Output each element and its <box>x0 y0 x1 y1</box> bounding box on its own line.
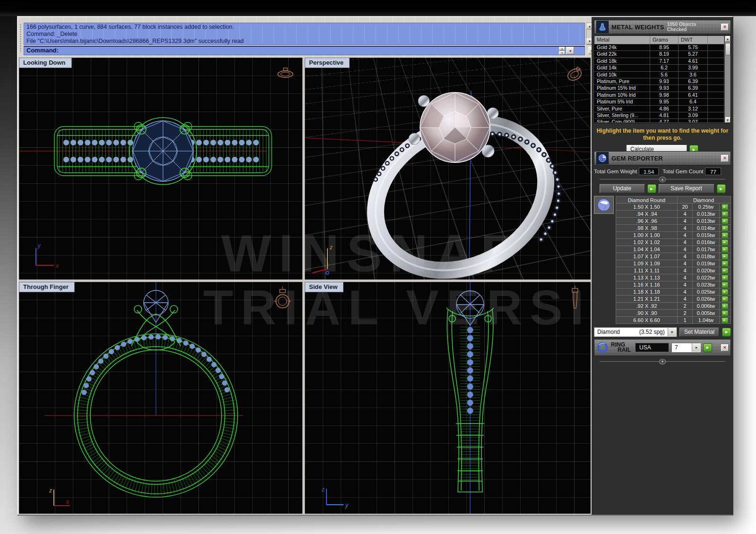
scroll-left-icon[interactable]: ◄ <box>566 47 574 54</box>
region-field[interactable]: USA <box>635 343 669 352</box>
ring-rail-go-button[interactable]: ► <box>703 343 712 352</box>
prompt-spinner[interactable]: ▲ ▼ <box>559 47 565 55</box>
gem-row-go-button[interactable]: ► <box>722 275 728 281</box>
viewport-looking-down[interactable]: Looking Down <box>19 58 302 280</box>
table-row[interactable]: Gold 18k7.174.61 <box>594 58 724 65</box>
viewport-title[interactable]: Perspective <box>305 58 350 68</box>
table-row[interactable]: 1.07 X 1.0740.018tw► <box>616 253 731 260</box>
chevron-down-icon[interactable]: ▼ <box>668 328 676 336</box>
save-report-button[interactable]: Save Report <box>659 184 714 193</box>
table-row[interactable]: .98 X .9840.014tw► <box>616 225 731 232</box>
ring-size-select[interactable]: 7 ▼ <box>671 343 701 352</box>
scroll-up-icon[interactable]: ▲ <box>586 23 592 29</box>
table-row[interactable]: 1.18 X 1.1840.025tw► <box>616 288 731 296</box>
chevron-down-icon[interactable]: ▼ <box>692 343 700 352</box>
viewport-side-view[interactable]: Side View <box>305 282 591 514</box>
table-row[interactable]: Gold 10k5.63.6 <box>594 72 724 78</box>
table-row[interactable]: 6.60 X 6.6011.04tw► <box>616 317 731 324</box>
gem-row-go-button[interactable]: ► <box>722 310 728 316</box>
update-button[interactable]: Update <box>600 184 645 193</box>
table-row[interactable]: Gold 22k8.195.27 <box>594 51 724 58</box>
table-row[interactable]: 1.50 X 1.50200.25tw► <box>616 203 731 211</box>
close-icon[interactable]: ✕ <box>721 24 729 31</box>
scrollbar-thumb[interactable] <box>725 43 730 55</box>
table-row[interactable]: 1.09 X 1.0940.019tw► <box>616 260 731 267</box>
set-material-button[interactable]: Set Material <box>679 328 720 337</box>
table-row[interactable]: 1.02 X 1.0240.016tw► <box>616 239 731 246</box>
table-row[interactable]: 1.11 X 1.1140.020tw► <box>616 267 731 274</box>
table-row[interactable]: .96 X .9640.013tw► <box>616 218 731 225</box>
empty-cell <box>708 92 724 98</box>
scroll-right-icon[interactable]: ► <box>588 47 592 54</box>
command-history-scrollbar[interactable]: ▲ ▼ <box>586 23 592 45</box>
scroll-down-icon[interactable]: ▼ <box>725 117 730 123</box>
gem-row-go-button[interactable]: ► <box>722 239 728 246</box>
collapse-divider[interactable]: ▼ <box>600 359 725 364</box>
go-cell: ► <box>720 203 730 210</box>
table-row[interactable]: Gold 14k6.23.99 <box>594 65 724 71</box>
gem-row-go-button[interactable]: ► <box>722 268 728 274</box>
gem-row-go-button[interactable]: ► <box>722 296 728 302</box>
command-history[interactable]: 166 polysurfaces, 1 curve, 884 surfaces,… <box>24 23 585 45</box>
scroll-down-icon[interactable]: ▼ <box>586 38 592 44</box>
viewport-title[interactable]: Side View <box>305 282 344 292</box>
table-row[interactable]: 1.16 X 1.1640.023tw► <box>616 281 731 288</box>
viewport-perspective[interactable]: Perspective <box>305 58 591 280</box>
gem-row-go-button[interactable]: ► <box>722 232 728 238</box>
table-row[interactable]: .94 X .9440.013tw► <box>616 211 731 218</box>
table-row[interactable]: Platinum 10% Irid9.986.41 <box>594 92 724 99</box>
table-row[interactable]: Silver, Sterling (9...4.813.09 <box>594 112 724 119</box>
panel-grip[interactable] <box>19 24 22 53</box>
spinner-down-icon[interactable]: ▼ <box>559 51 565 55</box>
collapse-up-icon[interactable]: ▲ <box>659 177 666 182</box>
viewport-title[interactable]: Looking Down <box>19 58 72 68</box>
save-report-go-button[interactable]: ► <box>717 184 726 193</box>
gem-row-go-button[interactable]: ► <box>722 204 728 210</box>
material-select[interactable]: Diamond (3.52 spg) ▼ <box>594 327 677 337</box>
metal-name-cell: Gold 14k <box>594 65 650 71</box>
table-scrollbar[interactable]: ▲ ▼ <box>724 36 730 123</box>
close-icon[interactable]: ✕ <box>721 344 729 351</box>
photo-frame-shade <box>0 0 756 16</box>
table-row[interactable]: 1.04 X 1.0440.017tw► <box>616 246 731 253</box>
metal-name-cell: Platinum, Pure <box>594 78 650 85</box>
gem-weight-cell: 1.04tw <box>693 317 720 323</box>
gem-row-go-button[interactable]: ► <box>722 282 728 288</box>
gem-row-go-button[interactable]: ► <box>722 225 728 231</box>
viewport-title[interactable]: Through Finger <box>19 282 75 292</box>
update-go-button[interactable]: ► <box>647 184 656 193</box>
table-row[interactable]: Platinum, Pure9.936.39 <box>594 78 724 85</box>
gem-row-go-button[interactable]: ► <box>722 218 728 224</box>
gem-row-go-button[interactable]: ► <box>722 254 728 260</box>
collapse-down-icon[interactable]: ▼ <box>659 359 666 364</box>
command-prompt[interactable]: Command: <box>24 46 585 55</box>
gem-row-go-button[interactable]: ► <box>722 246 728 253</box>
gem-row-go-button[interactable]: ► <box>722 261 728 267</box>
table-row[interactable]: 1.13 X 1.1340.022tw► <box>616 274 731 281</box>
gem-row-go-button[interactable]: ► <box>722 289 728 295</box>
table-row[interactable]: .92 X .9220.006tw► <box>616 303 731 310</box>
spinner-up-icon[interactable]: ▲ <box>559 47 565 51</box>
metal-weights-header[interactable]: METAL WEIGHTS 1050 Objects Checked ✕ <box>594 20 731 34</box>
grams-cell: 4.77 <box>650 119 679 122</box>
command-prompt-scrollbar[interactable]: ▲ ▼ ◄ ► <box>559 46 592 55</box>
gem-row-go-button[interactable]: ► <box>722 303 728 309</box>
table-row[interactable]: Platinum 5% Irid9.956.4 <box>594 99 724 105</box>
go-cell: ► <box>720 218 730 224</box>
close-icon[interactable]: ✕ <box>721 155 729 162</box>
table-row[interactable]: Platinum 15% Irid9.936.39 <box>594 85 724 92</box>
table-row-clipped[interactable]: Silver, Coin (900)4.773.07 <box>594 119 724 123</box>
scroll-up-icon[interactable]: ▲ <box>725 36 730 42</box>
collapse-divider[interactable]: ▲ <box>600 177 725 182</box>
table-row[interactable]: Silver, Pure4.863.12 <box>594 106 724 112</box>
ring-rail-header[interactable]: RING RAIL USA 7 ▼ ► ✕ <box>594 339 731 356</box>
set-material-go-button[interactable]: ► <box>722 328 731 337</box>
table-row[interactable]: Gold 24k8.955.75 <box>594 44 724 51</box>
gem-row-go-button[interactable]: ► <box>722 211 728 217</box>
gem-reporter-header[interactable]: GEM REPORTER ✕ <box>594 151 731 165</box>
viewport-through-finger[interactable]: Through Finger <box>19 282 302 514</box>
table-row[interactable]: .90 X .9020.005tw► <box>616 310 731 317</box>
gem-row-go-button[interactable]: ► <box>722 317 728 323</box>
table-row[interactable]: 1.00 X 1.0040.015tw► <box>616 232 731 239</box>
table-row[interactable]: 1.21 X 1.2140.026tw► <box>616 296 731 303</box>
